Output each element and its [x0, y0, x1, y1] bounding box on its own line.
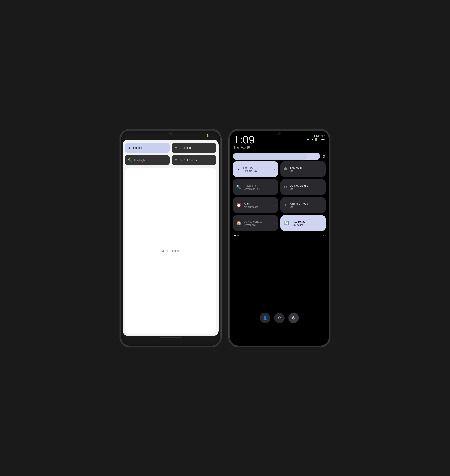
internet-icon: ▲: [128, 146, 131, 150]
brightness-slider[interactable]: ☀: [233, 153, 320, 160]
right-battery-icon: 🔋: [314, 138, 318, 141]
right-network: 3G: [307, 138, 310, 141]
power-icon: ⏻: [292, 316, 296, 320]
edit-button[interactable]: ✏: [322, 234, 324, 238]
bluetooth-label-small: Bluetooth: [180, 146, 191, 149]
dot-2: [237, 235, 239, 236]
dnd-icon-large: ⊖: [284, 185, 287, 190]
qs-tile-dnd-small[interactable]: ⊖ Do Not Disturb: [172, 155, 216, 165]
signal-icon: ▲: [203, 134, 205, 137]
right-battery: 100%: [318, 138, 325, 141]
left-time: 1:08: [125, 134, 131, 137]
flashlight-text: Flashlight Camera in use: [244, 184, 260, 190]
right-time-block: 1:09 Thu, Feb 29: [234, 134, 255, 149]
right-signal-icon: ▲: [311, 138, 314, 141]
page-dots: [234, 235, 239, 236]
airplane-text: Airplane mode Off: [290, 202, 308, 208]
right-date: Thu, Feb 29: [234, 146, 255, 149]
brightness-fill: [233, 153, 307, 160]
internet-arrow-large: ›: [274, 168, 275, 171]
brightness-sun-icon: ☀: [315, 155, 318, 158]
flashlight-label-small: Flashlight: [134, 159, 146, 162]
left-phone: 1:08 Thu, Feb 29 3G ▲ 🔋 100% ▲ Internet …: [120, 129, 221, 347]
bluetooth-icon-large: ✱: [284, 167, 287, 172]
qs-tile-bluetooth-small[interactable]: ✱ Bluetooth: [172, 143, 216, 153]
settings-icon[interactable]: ⚙: [322, 154, 326, 159]
qs-tile-autorotate-large[interactable]: 🔄 Auto-rotate On / folded: [280, 215, 326, 231]
right-carrier: T-Mobile: [307, 134, 325, 138]
settings-button[interactable]: ⚙: [274, 313, 285, 323]
right-camera-notch: [278, 133, 281, 135]
flashlight-icon-large: 🔦: [236, 185, 241, 190]
flashlight-subtitle: Camera in use: [244, 187, 260, 190]
user-icon: 👤: [263, 316, 267, 320]
device-controls-title: Device contro..: [244, 220, 263, 223]
internet-arrow: ›: [166, 146, 167, 149]
qs-tile-device-controls-large[interactable]: 🏠 Device contro.. Unavailable ›: [233, 215, 278, 231]
page-indicators: ✏: [233, 231, 326, 238]
internet-label-small: Internet: [133, 146, 142, 149]
device-controls-subtitle: Unavailable: [244, 223, 263, 226]
left-status-icons: 3G ▲ 🔋 100%: [199, 134, 216, 137]
network-label: 3G: [199, 134, 202, 137]
alarm-text: Alarm No alarm set: [244, 202, 258, 208]
alarm-subtitle: No alarm set: [244, 205, 258, 208]
dnd-subtitle: Off: [290, 187, 308, 190]
brightness-row: ☀ ⚙: [233, 153, 326, 160]
right-carrier-block: T-Mobile 3G ▲ 🔋 100%: [307, 134, 325, 141]
power-button[interactable]: ⏻: [288, 313, 299, 323]
settings-btn-icon: ⚙: [278, 316, 281, 320]
dnd-text: Do Not Disturb Off: [290, 184, 308, 190]
qs-grid-small: ▲ Internet › ✱ Bluetooth 🔦 Flashlight ⊖ …: [125, 142, 216, 166]
battery-icon: 🔋: [206, 134, 209, 137]
airplane-subtitle: Off: [290, 205, 308, 208]
qs-tile-bluetooth-large[interactable]: ✱ Bluetooth Off: [280, 161, 326, 177]
right-time: 1:09: [234, 134, 255, 145]
autorotate-title: Auto-rotate: [291, 220, 305, 223]
dot-1: [234, 235, 236, 236]
device-controls-text: Device contro.. Unavailable: [244, 220, 263, 226]
left-home-indicator: [159, 337, 182, 338]
qs-tile-flashlight-small[interactable]: 🔦 Flashlight: [125, 155, 170, 165]
bluetooth-text: Bluetooth Off: [290, 166, 302, 172]
autorotate-icon-large: 🔄: [284, 221, 289, 226]
right-phone: 1:09 Thu, Feb 29 T-Mobile 3G ▲ 🔋 100% ☀ …: [229, 129, 330, 347]
right-status-icons: 3G ▲ 🔋 100%: [307, 138, 325, 141]
camera-notch: [169, 133, 172, 135]
user-button[interactable]: 👤: [260, 313, 270, 323]
dnd-label-small: Do Not Disturb: [180, 159, 197, 162]
dnd-title: Do Not Disturb: [290, 184, 308, 187]
qs-grid-large: ▲ Internet T-Mobile, 3G › ✱ Bluetooth Of…: [233, 161, 326, 231]
internet-icon-large: ▲: [236, 167, 240, 172]
notification-shade: ▲ Internet › ✱ Bluetooth 🔦 Flashlight ⊖ …: [123, 139, 219, 336]
alarm-title: Alarm: [244, 202, 258, 205]
internet-text: Internet T-Mobile, 3G: [243, 166, 257, 172]
flashlight-icon-small: 🔦: [128, 158, 132, 162]
alarm-arrow: ›: [274, 204, 275, 207]
airplane-icon-large: ✈: [284, 203, 287, 208]
left-date: Thu, Feb 29: [158, 134, 171, 137]
qs-tile-flashlight-large[interactable]: 🔦 Flashlight Camera in use: [233, 179, 278, 195]
right-phone-content: 1:09 Thu, Feb 29 T-Mobile 3G ▲ 🔋 100% ☀ …: [230, 131, 329, 327]
device-controls-icon-large: 🏠: [236, 221, 241, 226]
internet-title: Internet: [243, 166, 257, 169]
alarm-icon-large: ⏰: [236, 203, 241, 208]
dnd-icon-small: ⊖: [175, 158, 177, 162]
qs-tile-internet-small[interactable]: ▲ Internet ›: [125, 143, 170, 153]
flashlight-title: Flashlight: [244, 184, 260, 187]
qs-tile-internet-large[interactable]: ▲ Internet T-Mobile, 3G ›: [233, 161, 278, 177]
device-controls-arrow: ›: [274, 222, 275, 225]
bluetooth-title: Bluetooth: [290, 166, 302, 169]
bottom-buttons: 👤 ⚙ ⏻: [233, 310, 326, 325]
bluetooth-subtitle: Off: [290, 169, 302, 172]
right-home-indicator: [268, 326, 291, 327]
internet-subtitle: T-Mobile, 3G: [243, 169, 257, 172]
qs-tile-alarm-large[interactable]: ⏰ Alarm No alarm set ›: [233, 197, 278, 213]
autorotate-text: Auto-rotate On / folded: [291, 220, 305, 226]
qs-tile-dnd-large[interactable]: ⊖ Do Not Disturb Off: [280, 179, 326, 195]
notification-area: No notifications: [125, 168, 216, 334]
airplane-title: Airplane mode: [290, 202, 308, 205]
battery-percent: 100%: [210, 134, 216, 137]
qs-tile-airplane-large[interactable]: ✈ Airplane mode Off: [280, 197, 326, 213]
autorotate-subtitle: On / folded: [291, 223, 305, 226]
